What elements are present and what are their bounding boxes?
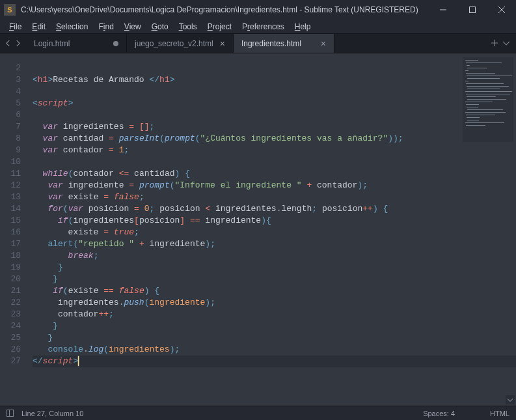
indent-setting[interactable]: Spaces: 4	[423, 410, 455, 417]
app-icon: S	[4, 4, 16, 16]
scroll-button[interactable]	[506, 395, 515, 404]
menu-selection[interactable]: Selection	[51, 21, 93, 33]
menu-project[interactable]: Project	[202, 21, 237, 33]
menu-goto[interactable]: Goto	[146, 21, 174, 33]
menu-preferences[interactable]: Preferences	[237, 21, 290, 33]
close-button[interactable]	[487, 0, 516, 20]
tab-juego[interactable]: juego_secreto_v2.html ×	[127, 34, 234, 53]
close-icon[interactable]: ×	[220, 39, 225, 48]
nav-back-icon[interactable]	[5, 39, 11, 48]
maximize-button[interactable]	[457, 0, 487, 20]
tab-ingredientes[interactable]: Ingredientes.html ×	[234, 34, 334, 53]
tab-dropdown-icon[interactable]	[503, 39, 509, 48]
menu-file[interactable]: File	[4, 21, 27, 33]
menu-tools[interactable]: Tools	[174, 21, 202, 33]
editor[interactable]: 2345678910111213141516171819202122232425…	[0, 53, 516, 406]
statusbar: Line 27, Column 10 Spaces: 4 HTML	[0, 406, 516, 420]
close-icon[interactable]: ×	[321, 39, 326, 48]
tab-label: Login.html	[34, 39, 70, 48]
menu-view[interactable]: View	[119, 21, 146, 33]
menu-edit[interactable]: Edit	[27, 21, 51, 33]
code-area[interactable]: <h1>Recetas de Armando </h1><script> var…	[26, 53, 516, 406]
nav-forward-icon[interactable]	[15, 39, 21, 48]
panel-icon[interactable]	[7, 410, 14, 417]
tab-login[interactable]: Login.html	[26, 34, 127, 53]
tab-label: Ingredientes.html	[241, 39, 301, 48]
menubar: File Edit Selection Find View Goto Tools…	[0, 20, 516, 34]
tab-label: juego_secreto_v2.html	[135, 39, 213, 48]
syntax-setting[interactable]: HTML	[490, 410, 509, 417]
minimize-button[interactable]	[428, 0, 457, 20]
cursor-position: Line 27, Column 10	[21, 410, 83, 417]
dirty-icon	[113, 41, 118, 46]
svg-rect-0	[469, 7, 475, 13]
new-tab-icon[interactable]	[491, 39, 498, 48]
menu-find[interactable]: Find	[93, 21, 118, 33]
tab-bar: Login.html juego_secreto_v2.html × Ingre…	[0, 34, 516, 53]
menu-help[interactable]: Help	[290, 21, 316, 33]
minimap[interactable]	[463, 57, 513, 142]
window-title: C:\Users\yerso\OneDrive\Documents\Logica…	[21, 5, 428, 14]
line-gutter: 2345678910111213141516171819202122232425…	[0, 53, 26, 406]
